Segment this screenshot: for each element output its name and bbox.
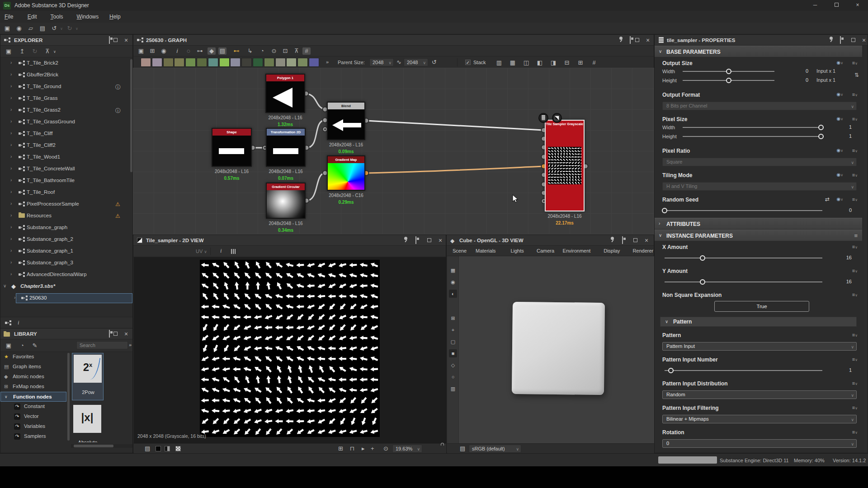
library-header[interactable]: LIBRARY bbox=[0, 328, 132, 339]
slider-knob[interactable] bbox=[818, 125, 824, 130]
slider-track[interactable] bbox=[683, 136, 821, 137]
expose-parameter-icon[interactable]: ◉∨ bbox=[836, 172, 843, 177]
atomic-hsl-button[interactable] bbox=[264, 58, 274, 67]
menu-file[interactable]: File bbox=[5, 14, 13, 20]
graph-close-icon[interactable] bbox=[646, 37, 650, 43]
clean-chevron[interactable]: ∨ bbox=[51, 50, 58, 54]
node-t2d[interactable]: Transformation 2D bbox=[266, 128, 306, 167]
sphere-icon[interactable]: ○ bbox=[449, 373, 457, 381]
bg-checker-swatch[interactable] bbox=[175, 446, 181, 451]
explorer-scrollbar[interactable] bbox=[130, 59, 132, 172]
library-float-icon[interactable] bbox=[109, 330, 110, 338]
view3d-maximize-icon[interactable] bbox=[633, 238, 637, 242]
undo-menu-chevron[interactable]: ∨ bbox=[58, 27, 65, 31]
library-cat-favorites[interactable]: ★Favorites bbox=[0, 352, 66, 362]
view3d-menu-lights[interactable]: Lights bbox=[510, 248, 524, 253]
gizmo-icon[interactable]: + bbox=[449, 326, 457, 334]
link-routing-icon[interactable]: ↳ bbox=[246, 47, 254, 55]
chevron-right-icon[interactable]: › bbox=[10, 95, 12, 100]
atomic-svg-button[interactable] bbox=[152, 58, 162, 67]
view2d-maximize-icon[interactable] bbox=[427, 238, 431, 242]
colorspace-dropdown[interactable]: sRGB (default)∨ bbox=[469, 445, 521, 453]
histogram-icon[interactable] bbox=[231, 249, 237, 254]
library-cat-constant[interactable]: ↷Constant bbox=[0, 402, 66, 412]
atomic-normal-button[interactable] bbox=[286, 58, 297, 67]
chevron-right-icon[interactable]: › bbox=[10, 272, 12, 277]
node-gcirc[interactable]: Gradient Circular bbox=[266, 183, 306, 219]
save-icon[interactable]: ▣ bbox=[5, 48, 12, 54]
expose-parameter-icon[interactable]: ◉∨ bbox=[836, 60, 843, 65]
select-mode-icon[interactable]: ◆ bbox=[208, 47, 216, 55]
clean-graph-icon[interactable]: ⊼ bbox=[292, 47, 301, 55]
atomic-directional-warp-button[interactable] bbox=[208, 58, 218, 67]
new-package-icon[interactable]: ▣ bbox=[4, 25, 11, 31]
tree-item-substance-graph-2[interactable]: ›Substance_graph_2 bbox=[0, 234, 133, 245]
row-menu-icon[interactable]: ≡∨ bbox=[852, 244, 858, 249]
slider-knob[interactable] bbox=[700, 279, 705, 285]
tree-item-t-tile-bathroomtile[interactable]: ›T_Tile_BathroomTile bbox=[0, 175, 133, 187]
chevron-right-icon[interactable]: › bbox=[10, 119, 12, 124]
align-left-icon[interactable]: ◧ bbox=[536, 60, 544, 66]
library-item-absolute[interactable]: |x|Absolute bbox=[72, 404, 104, 442]
row-menu-icon[interactable]: ≡∨ bbox=[852, 292, 858, 297]
tree-item-t-tile-ground[interactable]: ›T_Tile_Groundⓘ bbox=[0, 81, 133, 93]
minimize-button[interactable]: ─ bbox=[812, 2, 818, 8]
stack-order-icon[interactable]: ▥ bbox=[495, 60, 503, 66]
tree-item-t-tile-wood1[interactable]: ›T_Tile_Wood1 bbox=[0, 151, 133, 163]
row-menu-icon[interactable]: ≡∨ bbox=[852, 357, 858, 362]
geometry-icon[interactable]: ◇ bbox=[449, 361, 457, 369]
stats-icon[interactable]: ▥ bbox=[449, 385, 457, 393]
tree-item-advanceddirectionalwarp[interactable]: ›AdvancedDirectionalWarp bbox=[0, 269, 133, 281]
zoom-fit-icon[interactable]: ⊙ bbox=[383, 446, 388, 451]
subsection-bar[interactable]: ∨Pattern bbox=[660, 317, 857, 327]
redo-menu-chevron[interactable]: ∨ bbox=[73, 27, 80, 31]
menu-edit[interactable]: Edit bbox=[28, 14, 37, 20]
view3d-menu-scene[interactable]: Scene bbox=[453, 248, 467, 253]
parent-size-height-dropdown[interactable]: 2048∨ bbox=[404, 58, 428, 66]
screenshot-icon[interactable]: ◉ bbox=[160, 47, 168, 55]
chevron-right-icon[interactable]: › bbox=[10, 60, 12, 65]
explorer-maximize-icon[interactable] bbox=[113, 38, 118, 42]
tree-item-t-tile-roof[interactable]: ›T_Tile_Roof bbox=[0, 187, 133, 198]
slider-knob[interactable] bbox=[668, 368, 674, 373]
link-view-icon[interactable]: ⊶ bbox=[196, 47, 204, 55]
view3d-menu-camera[interactable]: Camera bbox=[537, 248, 554, 253]
snap-icon[interactable]: # bbox=[590, 60, 598, 66]
dropdown-rotation[interactable]: 0∨ bbox=[662, 439, 857, 448]
tree-item-250630[interactable]: ›250630 bbox=[0, 292, 133, 304]
zoom-actual-icon[interactable]: ⊞ bbox=[148, 47, 156, 55]
performance-icon[interactable]: ◔ bbox=[258, 47, 266, 55]
chevron-right-icon[interactable]: › bbox=[10, 107, 12, 112]
tree-item-t-tile-cliff[interactable]: ›T_Tile_Cliff bbox=[0, 128, 133, 140]
properties-header[interactable]: tile_sampler - PROPERTIES bbox=[655, 35, 868, 46]
size-link-icon[interactable]: ∿ bbox=[396, 59, 401, 65]
save-all-icon[interactable]: ▤ bbox=[39, 25, 46, 31]
material-preview-mesh[interactable] bbox=[512, 302, 605, 395]
properties-maximize-icon[interactable] bbox=[851, 38, 855, 42]
center-view-icon[interactable]: + bbox=[371, 446, 374, 451]
tree-item-pixelprocessorsample[interactable]: ›PixelProcessorSample⚠ bbox=[0, 198, 133, 210]
chevron-right-icon[interactable]: › bbox=[10, 213, 12, 218]
add-folder-icon[interactable]: ▣ bbox=[5, 343, 12, 348]
slider-knob[interactable] bbox=[700, 255, 705, 261]
warning-icon[interactable]: ⚠ bbox=[115, 201, 120, 207]
view2d-header[interactable]: Tile_sampler - 2D VIEW bbox=[133, 235, 446, 246]
light-icon[interactable]: ◉ bbox=[449, 278, 457, 286]
row-menu-icon[interactable]: ≡∨ bbox=[852, 197, 858, 202]
chevron-right-icon[interactable]: › bbox=[10, 131, 12, 136]
toggle-button[interactable]: True bbox=[714, 301, 809, 312]
export-icon[interactable]: ↥ bbox=[19, 48, 26, 54]
stack-vertical-icon[interactable]: ◫ bbox=[522, 60, 530, 66]
parent-size-width-dropdown[interactable]: 2048∨ bbox=[369, 58, 394, 66]
graph-float-icon[interactable] bbox=[630, 36, 631, 44]
library-item-2pow[interactable]: 2x2Pow bbox=[72, 353, 104, 400]
properties-close-icon[interactable] bbox=[862, 37, 866, 43]
row-menu-icon[interactable]: ≡∨ bbox=[852, 268, 858, 273]
atomic-bitmap-button[interactable] bbox=[141, 58, 151, 67]
filter-icon[interactable]: ◔ bbox=[19, 343, 26, 348]
graph-header[interactable]: 250630 - GRAPH bbox=[133, 35, 654, 46]
library-search-input[interactable] bbox=[76, 341, 128, 349]
atomic-gradient-button[interactable] bbox=[241, 58, 252, 67]
expose-parameter-icon[interactable]: ◉∨ bbox=[836, 116, 843, 121]
library-cat-atomic-nodes[interactable]: ◆Atomic nodes bbox=[0, 372, 66, 382]
